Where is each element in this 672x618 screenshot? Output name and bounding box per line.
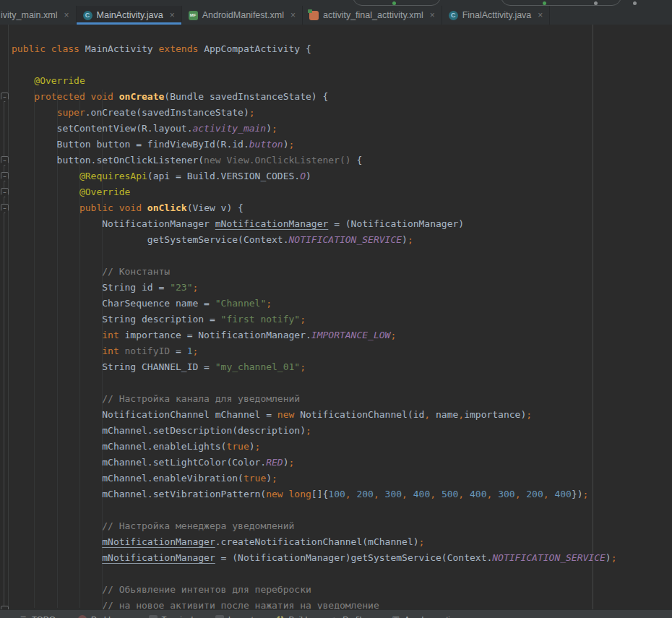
code-line	[12, 502, 672, 518]
fold-marker-icon[interactable]: −	[1, 93, 9, 102]
fold-marker-icon[interactable]: −	[1, 188, 9, 197]
code-line: Button button = findViewById(R.id.button…	[12, 137, 672, 153]
tab-label: ivity_main.xml	[1, 10, 58, 20]
class-file-icon: C	[83, 11, 92, 20]
code-line: CharSequence name = "Channel";	[12, 296, 672, 312]
toolwindow-button-label: Profiler	[343, 615, 369, 618]
toolwindow-button-label: Build	[289, 615, 308, 618]
class-file-icon: C	[449, 11, 458, 20]
fold-marker-icon[interactable]: −	[1, 156, 9, 166]
device-selector-widget[interactable]	[501, 0, 621, 6]
ide-window: ivity_main.xml×CMainActivity.java×MFAndr…	[0, 0, 672, 618]
code-line: // Настройка канала для уведомлений	[12, 391, 672, 407]
code-line: getSystemService(Context.NOTIFICATION_SE…	[12, 232, 672, 248]
terminal-icon	[149, 615, 158, 618]
manifest-file-icon: MF	[189, 11, 198, 20]
toolwindow-button-app-inspection[interactable]: ▣App Inspection	[392, 615, 460, 618]
profiler-icon: ◔	[329, 615, 338, 618]
tab-bar: ivity_main.xml×CMainActivity.java×MFAndr…	[0, 6, 672, 25]
code-line: String CHANNEL_ID = "my_channel_01";	[12, 359, 672, 375]
code-line: mNotificationManager = (NotificationMana…	[12, 550, 672, 566]
code-line	[12, 57, 672, 73]
code-line: mChannel.setDescription(description);	[12, 423, 672, 439]
tab-MainActivity.java[interactable]: CMainActivity.java×	[77, 6, 182, 25]
toolwindow-button-label: Problems	[91, 615, 126, 618]
tab-activity_final_acttivity.xml[interactable]: activity_final_acttivity.xml×	[303, 6, 442, 25]
tab-close-icon[interactable]: ×	[430, 10, 435, 20]
tab-FinalActtivity.java[interactable]: CFinalActtivity.java×	[442, 6, 551, 25]
status-bar: ≣TODOProblemsTerminalLogcat⚒Build◔Profil…	[0, 609, 672, 618]
device-status-dot-icon	[543, 1, 546, 5]
toolwindow-button-todo[interactable]: ≣TODO	[19, 615, 56, 618]
editor-gutter: − − − − − −	[0, 25, 9, 618]
code-line: NotificationManager mNotificationManager…	[12, 216, 672, 232]
code-line: String id = "23";	[12, 280, 672, 296]
toolwindow-button-problems[interactable]: Problems	[78, 615, 126, 618]
code-line: // Настройка менеджера уведомлений	[12, 518, 672, 534]
code-line: mChannel.setLightColor(Color.RED);	[12, 455, 672, 471]
app-inspection-icon: ▣	[392, 615, 400, 618]
toolwindow-button-label: TODO	[32, 615, 56, 618]
code-line: @Override	[12, 184, 672, 200]
tab-close-icon[interactable]: ×	[64, 10, 69, 20]
code-line: setContentView(R.layout.activity_main);	[12, 121, 672, 137]
tab-close-icon[interactable]: ×	[170, 10, 175, 20]
toolbar-dot-icon	[594, 1, 598, 5]
code-line: super.onCreate(savedInstanceState);	[12, 105, 672, 121]
tab-close-icon[interactable]: ×	[538, 10, 543, 20]
fold-marker-icon[interactable]: −	[1, 172, 9, 181]
tab-label: FinalActtivity.java	[462, 10, 532, 20]
code-line: int importance = NotificationManager.IMP…	[12, 327, 672, 343]
toolwindow-button-profiler[interactable]: ◔Profiler	[329, 615, 369, 618]
code-line	[12, 375, 672, 391]
code-line: // Константы	[12, 264, 672, 280]
code-line: mChannel.setVibrationPattern(new long[]{…	[12, 486, 672, 502]
build-icon: ⚒	[276, 615, 285, 618]
layout-file-icon	[309, 11, 319, 20]
tab-label: activity_final_acttivity.xml	[323, 10, 423, 20]
run-status-dot-icon	[392, 1, 396, 5]
code-line: @RequiresApi(api = Build.VERSION_CODES.O…	[12, 168, 672, 184]
code-line: public class MainActivity extends AppCom…	[12, 41, 672, 57]
tab-label: AndroidManifest.xml	[202, 10, 284, 20]
toolwindow-button-label: Terminal	[162, 615, 193, 618]
toolwindow-button-logcat[interactable]: Logcat	[215, 615, 254, 618]
code-line	[12, 248, 672, 264]
logcat-icon	[215, 615, 224, 618]
problems-icon	[78, 615, 87, 618]
code-line: mNotificationManager.createNotificationC…	[12, 534, 672, 550]
code-area[interactable]: public class MainActivity extends AppCom…	[12, 25, 672, 618]
tab-ivity_main.xml[interactable]: ivity_main.xml×	[0, 6, 77, 25]
toolwindow-button-label: App Inspection	[405, 615, 460, 618]
fold-marker-icon[interactable]: −	[1, 204, 9, 213]
code-line	[12, 566, 672, 582]
code-line: protected void onCreate(Bundle savedInst…	[12, 89, 672, 105]
toolwindow-button-build[interactable]: ⚒Build	[276, 615, 308, 618]
code-line: mChannel.enableLights(true);	[12, 439, 672, 455]
code-line: NotificationChannel mChannel = new Notif…	[12, 407, 672, 423]
code-line: // Обьявление интентов для переброски	[12, 582, 672, 598]
editor[interactable]: public class MainActivity extends AppCom…	[0, 25, 672, 618]
toolwindow-button-label: Logcat	[228, 615, 254, 618]
run-configuration-widget[interactable]	[353, 0, 441, 6]
code-line: @Override	[12, 73, 672, 89]
code-line: int notifyID = 1;	[12, 343, 672, 359]
tab-label: MainActivity.java	[97, 10, 163, 20]
code-line: public void onClick(View v) {	[12, 200, 672, 216]
toolbar-dot-icon	[633, 1, 637, 5]
code-line: String description = "first notify";	[12, 312, 672, 327]
todo-icon: ≣	[19, 615, 27, 618]
code-line: mChannel.enableVibration(true);	[12, 471, 672, 486]
tab-AndroidManifest.xml[interactable]: MFAndroidManifest.xml×	[182, 6, 303, 25]
tab-close-icon[interactable]: ×	[290, 10, 296, 20]
toolwindow-button-terminal[interactable]: Terminal	[149, 615, 193, 618]
code-line: button.setOnClickListener(new View.OnCli…	[12, 153, 672, 168]
